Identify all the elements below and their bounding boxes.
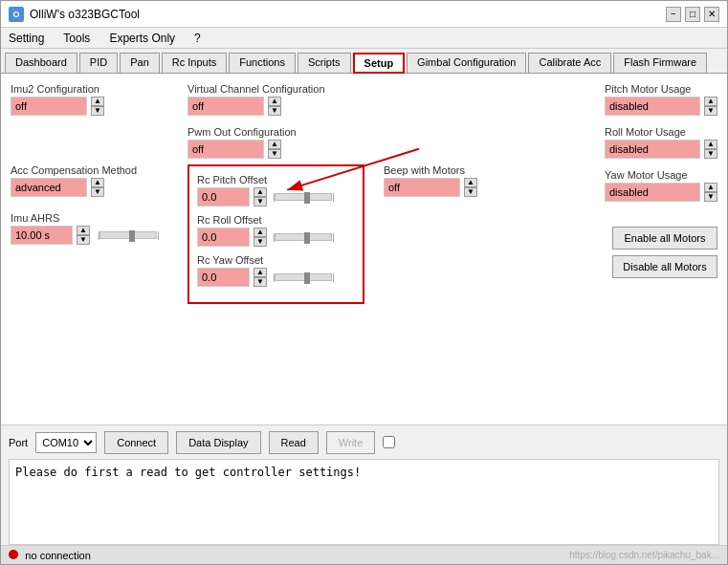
roll-motor-input[interactable]: [605, 140, 700, 159]
rc-yaw-slider[interactable]: [275, 273, 332, 281]
disable-motors-button[interactable]: Disable all Motors: [612, 255, 717, 278]
yaw-motor-spin: ▲ ▼: [704, 183, 717, 202]
pwm-out-spin-up[interactable]: ▲: [268, 140, 281, 149]
tab-dashboard[interactable]: Dashboard: [5, 53, 77, 73]
tab-calibrate-acc[interactable]: Calibrate Acc: [528, 53, 611, 73]
port-label: Port: [9, 437, 28, 448]
rc-yaw-offset-input[interactable]: [197, 268, 250, 287]
imu-ahrs-input[interactable]: [11, 226, 73, 245]
rc-pitch-slider-area: | |: [273, 192, 335, 202]
tabs-bar: Dashboard PID Pan Rc Inputs Functions Sc…: [1, 49, 727, 74]
title-controls: − □ ✕: [666, 7, 719, 22]
rc-yaw-offset-label: Rc Yaw Offset: [197, 254, 355, 266]
rc-pitch-offset-group: Rc Pitch Offset ▲ ▼ | |: [197, 174, 355, 206]
tab-rc-inputs[interactable]: Rc Inputs: [162, 53, 227, 73]
menu-experts-only[interactable]: Experts Only: [105, 31, 179, 46]
read-button[interactable]: Read: [269, 431, 319, 454]
minimize-button[interactable]: −: [666, 7, 681, 22]
rc-yaw-offset-spin-down[interactable]: ▼: [254, 277, 267, 287]
imu-ahrs-spin-up[interactable]: ▲: [77, 226, 90, 235]
roll-motor-spin: ▲ ▼: [704, 140, 717, 159]
rc-roll-offset-spin-down[interactable]: ▼: [254, 237, 267, 247]
imu-ahrs-slider-area: | |: [98, 230, 160, 240]
imu-ahrs-spin-down[interactable]: ▼: [77, 235, 90, 245]
write-button[interactable]: Write: [326, 431, 375, 454]
virtual-channel-input[interactable]: [188, 97, 264, 116]
pwm-out-spin-down[interactable]: ▼: [268, 149, 281, 159]
pitch-motor-spin: ▲ ▼: [704, 97, 717, 116]
acc-compensation-spin-up[interactable]: ▲: [91, 178, 104, 187]
imu-ahrs-slider[interactable]: [99, 231, 157, 239]
menu-tools[interactable]: Tools: [59, 31, 94, 46]
data-display-button[interactable]: Data Display: [176, 431, 260, 454]
rc-pitch-offset-spin-up[interactable]: ▲: [254, 187, 267, 197]
connect-button[interactable]: Connect: [104, 431, 168, 454]
beep-motors-spin-down[interactable]: ▼: [464, 187, 477, 197]
acc-compensation-input[interactable]: [11, 178, 87, 197]
main-window: O OlliW's o323BGCTool − □ ✕ Setting Tool…: [0, 0, 728, 565]
imu2-config-input[interactable]: [11, 97, 87, 116]
tab-pan[interactable]: Pan: [120, 53, 160, 73]
rc-roll-offset-spin: ▲ ▼: [254, 228, 267, 247]
roll-motor-label: Roll Motor Usage: [605, 126, 717, 138]
rc-roll-slider[interactable]: [275, 233, 332, 241]
log-message: Please do first a read to get controller…: [15, 466, 361, 479]
rc-yaw-offset-spin: ▲ ▼: [254, 268, 267, 287]
rc-pitch-offset-input[interactable]: [197, 187, 250, 206]
pitch-motor-spin-up[interactable]: ▲: [704, 97, 717, 106]
rc-yaw-slider-area: | |: [273, 272, 335, 282]
acc-compensation-group: Acc Compensation Method ▲ ▼: [11, 164, 137, 197]
imu2-spin-down[interactable]: ▼: [91, 106, 104, 116]
status-bar: no connection https://blog.csdn.net/pika…: [1, 545, 727, 564]
bottom-bar: Port COM10 Connect Data Display Read Wri…: [1, 424, 727, 459]
yaw-motor-group: Yaw Motor Usage ▲ ▼: [605, 169, 717, 202]
roll-motor-group: Roll Motor Usage ▲ ▼: [605, 126, 717, 159]
imu2-config-group: Imu2 Configuration ▲ ▼: [11, 83, 104, 116]
menu-setting[interactable]: Setting: [5, 31, 48, 46]
tab-functions[interactable]: Functions: [229, 53, 296, 73]
yaw-motor-spin-down[interactable]: ▼: [704, 192, 717, 202]
menu-help[interactable]: ?: [190, 31, 205, 46]
rc-roll-offset-group: Rc Roll Offset ▲ ▼ | |: [197, 214, 355, 247]
rc-roll-offset-input[interactable]: [197, 228, 250, 247]
beep-motors-input[interactable]: [384, 178, 460, 197]
beep-motors-spin: ▲ ▼: [464, 178, 477, 197]
virtual-channel-spin-down[interactable]: ▼: [268, 106, 281, 116]
tab-setup[interactable]: Setup: [353, 53, 406, 74]
pitch-motor-group: Pitch Motor Usage ▲ ▼: [605, 83, 717, 116]
tab-pid[interactable]: PID: [79, 53, 118, 73]
acc-compensation-spin: ▲ ▼: [91, 178, 104, 197]
virtual-channel-spin: ▲ ▼: [268, 97, 281, 116]
maximize-button[interactable]: □: [685, 7, 700, 22]
enable-motors-button[interactable]: Enable all Motors: [612, 227, 717, 250]
rc-pitch-slider[interactable]: [275, 193, 332, 201]
roll-motor-spin-down[interactable]: ▼: [704, 149, 717, 159]
tab-gimbal-config[interactable]: Gimbal Configuration: [407, 53, 526, 73]
imu-ahrs-spin: ▲ ▼: [77, 226, 90, 245]
status-left: no connection: [9, 549, 91, 562]
virtual-channel-spin-up[interactable]: ▲: [268, 97, 281, 106]
tab-scripts[interactable]: Scripts: [298, 53, 351, 73]
pitch-motor-label: Pitch Motor Usage: [605, 83, 717, 95]
close-button[interactable]: ✕: [704, 7, 719, 22]
pitch-motor-input[interactable]: [605, 97, 700, 116]
rc-roll-offset-spin-up[interactable]: ▲: [254, 228, 267, 237]
main-content: Imu2 Configuration ▲ ▼ Virtual Channel C…: [1, 74, 727, 424]
pwm-out-input[interactable]: [188, 140, 264, 159]
yaw-motor-spin-up[interactable]: ▲: [704, 183, 717, 192]
roll-motor-spin-up[interactable]: ▲: [704, 140, 717, 149]
slider-max-label: |: [157, 230, 159, 240]
option-checkbox[interactable]: [383, 436, 395, 448]
pitch-motor-spin-down[interactable]: ▼: [704, 106, 717, 116]
watermark: https://blog.csdn.net/pikachu_bak...: [569, 550, 719, 560]
rc-pitch-offset-spin-down[interactable]: ▼: [254, 197, 267, 206]
port-select[interactable]: COM10: [35, 432, 97, 453]
tab-flash-firmware[interactable]: Flash Firmware: [613, 53, 707, 73]
yaw-motor-input[interactable]: [605, 183, 700, 202]
imu2-spin-up[interactable]: ▲: [91, 97, 104, 106]
acc-compensation-spin-down[interactable]: ▼: [91, 187, 104, 197]
rc-roll-offset-label: Rc Roll Offset: [197, 214, 355, 226]
rc-yaw-offset-spin-up[interactable]: ▲: [254, 268, 267, 277]
beep-motors-spin-up[interactable]: ▲: [464, 178, 477, 187]
status-text: no connection: [25, 550, 91, 561]
